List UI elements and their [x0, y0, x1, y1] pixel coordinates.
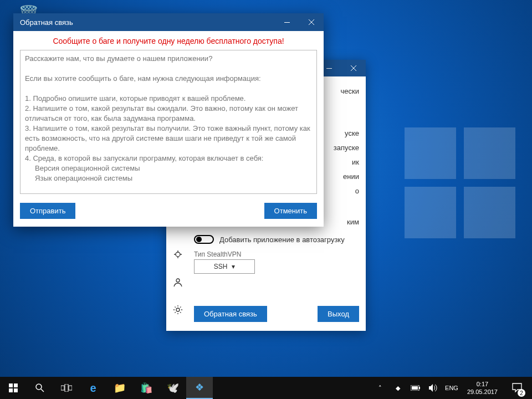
tray-date: 29.05.2017 — [467, 388, 498, 396]
notification-badge: 2 — [518, 389, 525, 397]
svg-rect-9 — [61, 386, 64, 390]
taskbar-vpn-app[interactable]: ❖ — [186, 377, 213, 399]
svg-point-2 — [176, 308, 180, 311]
tray-volume-icon[interactable] — [427, 377, 439, 399]
svg-rect-14 — [412, 386, 418, 390]
svg-rect-5 — [14, 383, 18, 387]
settings-close-button[interactable] — [341, 60, 366, 76]
vpn-icon: ❖ — [195, 381, 204, 393]
system-tray: ˄ ◆ ENG 0:17 29.05.2017 2 — [374, 377, 532, 399]
store-icon: 🛍️ — [140, 382, 152, 394]
send-button[interactable]: Отправить — [20, 203, 75, 219]
svg-point-1 — [176, 279, 180, 282]
taskbar-explorer[interactable]: 📁 — [106, 377, 133, 399]
cancel-button[interactable]: Отменить — [264, 203, 317, 219]
taskbar-thunderbird[interactable]: 🕊️ — [160, 377, 186, 399]
svg-rect-11 — [69, 386, 72, 390]
tray-battery-icon[interactable] — [410, 377, 422, 399]
search-button[interactable] — [27, 377, 53, 399]
svg-point-8 — [36, 384, 42, 390]
desktop: 🗑️ Ко... 🛡️ Sec... чески уске запуске ик… — [0, 0, 532, 377]
stealth-type-value: SSH — [214, 263, 228, 270]
stealth-type-label: Тип StealthVPN — [194, 250, 359, 258]
feedback-textarea[interactable] — [20, 50, 317, 194]
start-button[interactable] — [0, 377, 27, 399]
stealth-type-select[interactable]: SSH ▾ — [194, 259, 255, 274]
svg-rect-13 — [419, 387, 420, 389]
tray-language[interactable]: ENG — [445, 385, 458, 391]
svg-rect-0 — [326, 68, 332, 69]
nav-account-icon[interactable] — [172, 276, 184, 288]
feedback-open-button[interactable]: Обратная связь — [194, 306, 267, 322]
nav-connect-icon[interactable] — [172, 248, 184, 260]
mail-icon: 🕊️ — [167, 382, 179, 394]
svg-rect-3 — [284, 22, 290, 23]
nav-settings-icon[interactable] — [172, 304, 184, 316]
tray-time: 0:17 — [467, 380, 498, 388]
folder-icon: 📁 — [114, 382, 126, 394]
svg-rect-6 — [9, 388, 13, 392]
autoload-label: Добавить приложение в автозагрузку — [219, 236, 345, 244]
taskbar-store[interactable]: 🛍️ — [133, 377, 160, 399]
action-center-button[interactable]: 2 — [507, 377, 528, 399]
svg-rect-10 — [65, 384, 68, 392]
svg-rect-7 — [14, 388, 18, 392]
windows-logo-wallpaper — [405, 127, 515, 238]
tray-clock[interactable]: 0:17 29.05.2017 — [464, 380, 501, 396]
svg-rect-4 — [9, 383, 13, 387]
feedback-dialog: Обратная связь Сообщите о баге и получит… — [13, 13, 324, 227]
exit-button[interactable]: Выход — [318, 306, 359, 322]
taskbar-edge[interactable]: e — [80, 377, 106, 399]
feedback-title: Обратная связь — [20, 18, 73, 27]
autoload-toggle[interactable] — [194, 235, 214, 244]
feedback-titlebar: Обратная связь — [13, 13, 324, 31]
tray-chevron-up-icon[interactable]: ˄ — [374, 377, 386, 399]
tray-app-icon[interactable]: ◆ — [392, 377, 404, 399]
taskview-button[interactable] — [53, 377, 80, 399]
feedback-headline: Сообщите о баге и получите одну неделю б… — [20, 37, 317, 45]
taskbar: e 📁 🛍️ 🕊️ ❖ ˄ ◆ ENG 0:17 29.05.2017 2 — [0, 377, 532, 399]
edge-icon: e — [90, 382, 96, 395]
feedback-minimize-button[interactable] — [275, 13, 299, 31]
feedback-close-button[interactable] — [299, 13, 324, 31]
chevron-down-icon: ▾ — [232, 263, 235, 270]
